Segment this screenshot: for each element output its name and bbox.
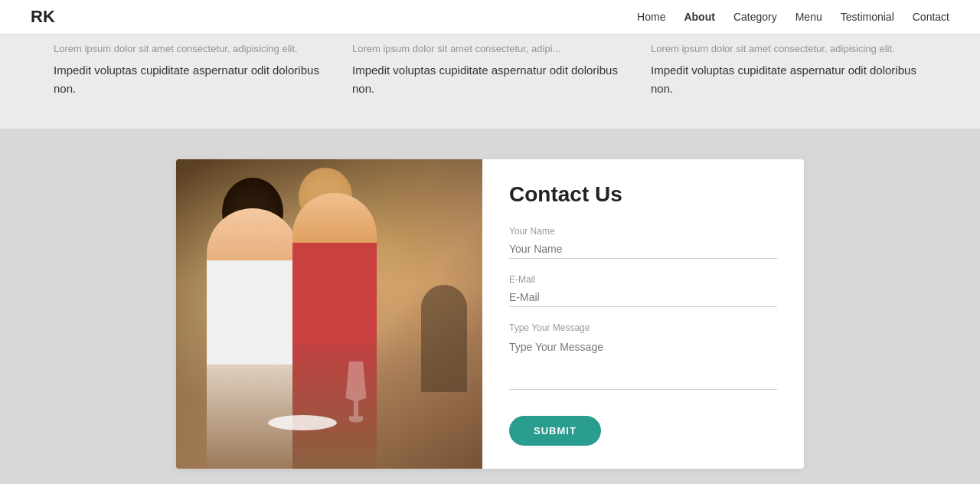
message-textarea[interactable] xyxy=(509,336,777,390)
nav-link-menu[interactable]: Menu xyxy=(795,11,822,23)
cards-section: Lorem ipsum dolor sit amet consectetur, … xyxy=(0,34,980,129)
contact-image xyxy=(176,159,482,469)
message-field: Type Your Message xyxy=(509,322,777,393)
submit-button[interactable]: SUBMIT xyxy=(509,416,601,446)
contact-form: Contact Us Your Name E-Mail Type Your Me… xyxy=(482,159,804,469)
card-3: Lorem ipsum dolor sit amet consectetur, … xyxy=(651,41,926,98)
cards-row: Lorem ipsum dolor sit amet consectetur, … xyxy=(46,34,934,98)
nav-link-testimonial[interactable]: Testimonial xyxy=(841,11,894,23)
navbar: RK Home About Category Menu Testimonial … xyxy=(0,0,980,34)
card-1-faded: Lorem ipsum dolor sit amet consectetur, … xyxy=(54,41,329,57)
name-field: Your Name xyxy=(509,226,777,259)
card-2-faded: Lorem ipsum dolor sit amet consectetur, … xyxy=(352,41,628,57)
nav-logo: RK xyxy=(31,7,55,27)
contact-section: Contact Us Your Name E-Mail Type Your Me… xyxy=(0,129,980,485)
nav-link-home[interactable]: Home xyxy=(637,11,665,23)
message-label: Type Your Message xyxy=(509,322,777,333)
contact-card: Contact Us Your Name E-Mail Type Your Me… xyxy=(176,159,804,469)
name-input[interactable] xyxy=(509,240,777,259)
restaurant-photo xyxy=(176,159,482,469)
nav-link-category[interactable]: Category xyxy=(733,11,777,23)
nav-links: Home About Category Menu Testimonial Con… xyxy=(637,10,949,24)
nav-link-about[interactable]: About xyxy=(684,11,714,23)
email-label: E-Mail xyxy=(509,274,777,285)
card-2-text: Impedit voluptas cupiditate aspernatur o… xyxy=(352,61,628,98)
email-field: E-Mail xyxy=(509,274,777,307)
card-3-faded: Lorem ipsum dolor sit amet consectetur, … xyxy=(651,41,926,57)
card-1: Lorem ipsum dolor sit amet consectetur, … xyxy=(54,41,329,98)
card-1-text: Impedit voluptas cupiditate aspernatur o… xyxy=(54,61,329,98)
email-input[interactable] xyxy=(509,288,777,307)
card-3-text: Impedit voluptas cupiditate aspernatur o… xyxy=(651,61,926,98)
background-person xyxy=(421,285,467,392)
nav-link-contact[interactable]: Contact xyxy=(913,11,949,23)
name-label: Your Name xyxy=(509,226,777,237)
contact-title: Contact Us xyxy=(509,182,777,207)
card-2: Lorem ipsum dolor sit amet consectetur, … xyxy=(352,41,628,98)
plate xyxy=(268,415,337,430)
